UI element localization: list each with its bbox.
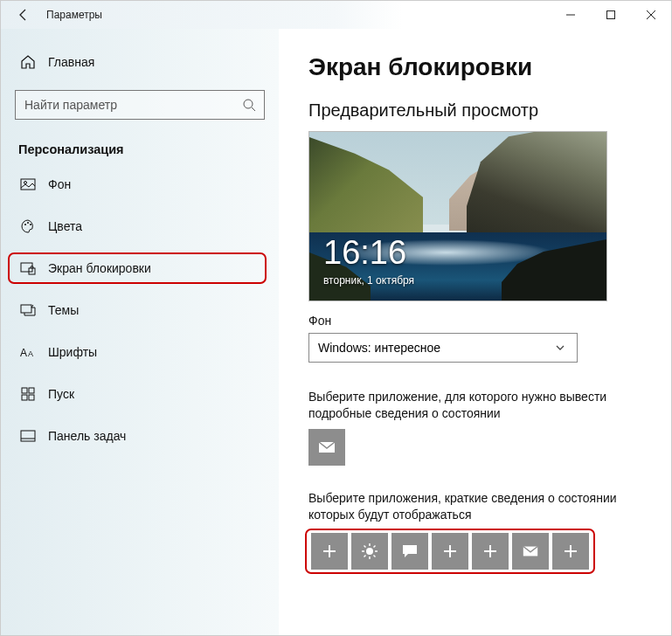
plus-icon [482, 543, 498, 559]
lockscreen-preview: 16:16 вторник, 1 октября [308, 131, 607, 301]
svg-rect-20 [21, 431, 35, 441]
quick-status-label: Выберите приложения, краткие сведения о … [308, 490, 632, 523]
nav-item-label: Шрифты [48, 345, 97, 359]
svg-text:A: A [28, 349, 33, 358]
picture-icon [20, 176, 36, 192]
preview-clock: 16:16 [323, 236, 406, 269]
svg-point-7 [24, 182, 27, 184]
background-value: Windows: интересное [318, 341, 440, 355]
nav-item-label: Фон [48, 177, 71, 191]
home-icon [20, 54, 36, 70]
search-input[interactable]: Найти параметр [15, 90, 265, 120]
nav-start[interactable]: Пуск [15, 377, 265, 411]
nav-item-label: Темы [48, 303, 79, 317]
quick-status-tile-add[interactable] [472, 533, 509, 570]
svg-line-33 [364, 555, 366, 556]
svg-point-10 [30, 224, 31, 225]
nav-colors[interactable]: Цвета [15, 209, 265, 244]
main-content: Экран блокировки Предварительный просмот… [279, 29, 671, 635]
svg-rect-18 [22, 395, 27, 400]
svg-rect-17 [29, 388, 34, 393]
fonts-icon: AA [20, 344, 36, 360]
chevron-down-icon [552, 340, 568, 356]
nav-item-label: Панель задач [48, 429, 126, 443]
search-placeholder: Найти параметр [24, 98, 117, 112]
settings-window: Параметры Главная Найти параметр Персона… [0, 0, 672, 636]
lockscreen-icon [20, 260, 36, 276]
svg-point-4 [244, 100, 253, 108]
svg-line-5 [252, 107, 255, 111]
quick-status-tile-add[interactable] [432, 533, 468, 570]
svg-line-30 [364, 545, 366, 547]
back-button[interactable] [11, 3, 36, 27]
nav-lockscreen[interactable]: Экран блокировки [15, 251, 265, 286]
start-icon [20, 386, 36, 402]
background-select[interactable]: Windows: интересное [308, 333, 578, 363]
svg-point-9 [27, 222, 29, 224]
svg-line-31 [374, 555, 376, 556]
detailed-status-label: Выберите приложение, для которого нужно … [308, 389, 632, 422]
quick-status-row [308, 530, 592, 572]
svg-rect-13 [21, 305, 31, 313]
quick-status-tile-add[interactable] [311, 533, 348, 570]
nav-background[interactable]: Фон [15, 167, 265, 202]
svg-line-32 [374, 545, 376, 547]
themes-icon [20, 302, 36, 318]
close-button[interactable] [631, 1, 671, 29]
preview-date: вторник, 1 октября [323, 274, 414, 287]
detailed-status-app-tile[interactable] [308, 429, 345, 466]
quick-status-tile-messages[interactable] [391, 533, 428, 570]
svg-point-8 [24, 224, 26, 225]
svg-rect-19 [29, 395, 34, 400]
nav-item-label: Экран блокировки [48, 261, 151, 275]
svg-rect-16 [22, 388, 27, 393]
sun-icon [361, 543, 378, 560]
mail-icon [522, 543, 539, 560]
palette-icon [20, 218, 36, 234]
nav-item-label: Цвета [48, 219, 82, 233]
preview-label: Предварительный просмотр [308, 100, 641, 121]
nav-fonts[interactable]: AA Шрифты [15, 335, 265, 370]
titlebar: Параметры [1, 1, 671, 29]
svg-point-25 [366, 548, 373, 555]
nav-home[interactable]: Главная [15, 45, 265, 80]
taskbar-icon [20, 428, 36, 444]
nav-home-label: Главная [48, 55, 94, 69]
quick-status-tile-weather[interactable] [351, 533, 388, 570]
svg-rect-1 [607, 11, 615, 19]
background-label: Фон [308, 314, 641, 328]
nav-item-label: Пуск [48, 387, 74, 401]
mail-icon [317, 438, 336, 457]
svg-text:A: A [20, 347, 27, 359]
page-heading: Экран блокировки [308, 53, 641, 81]
nav-themes[interactable]: Темы [15, 293, 265, 328]
sidebar: Главная Найти параметр Персонализация Фо… [1, 29, 279, 635]
window-title: Параметры [46, 9, 102, 21]
plus-icon [322, 543, 337, 559]
plus-icon [442, 543, 458, 559]
nav-taskbar[interactable]: Панель задач [15, 418, 265, 453]
quick-status-tile-add[interactable] [552, 533, 589, 570]
plus-icon [563, 543, 578, 559]
quick-status-tile-mail[interactable] [512, 533, 549, 570]
section-label: Персонализация [15, 137, 265, 160]
search-icon [241, 97, 257, 113]
minimize-button[interactable] [551, 1, 591, 29]
maximize-button[interactable] [591, 1, 631, 29]
chat-icon [401, 543, 419, 560]
